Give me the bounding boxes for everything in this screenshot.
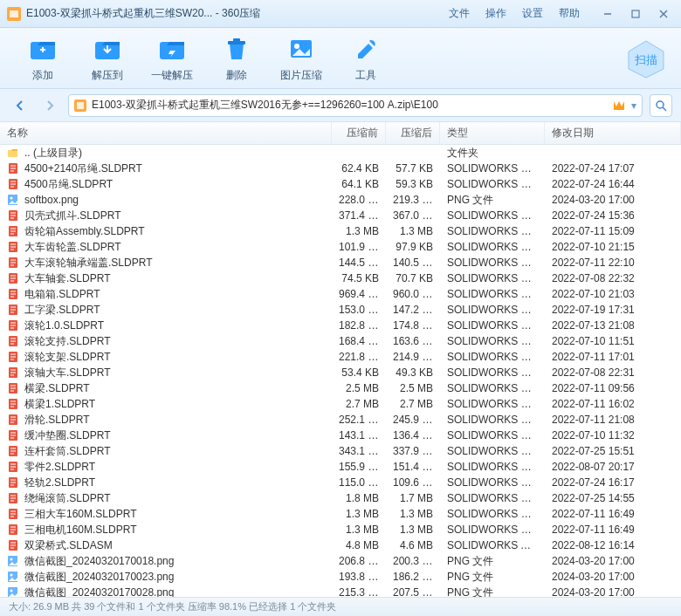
file-icon [0,508,17,520]
file-date: 2022-07-11 16:49 [545,524,681,536]
file-row[interactable]: 大车轴套.SLDPRT 74.5 KB 70.7 KB SOLIDWORKS P… [0,270,681,286]
file-row[interactable]: 轻轨2.SLDPRT 115.0 KB 109.6 KB SOLIDWORKS … [0,475,681,490]
menu-operate[interactable]: 操作 [485,6,506,21]
file-type: SOLIDWORKS Pa... [440,241,545,253]
file-icon [0,272,17,284]
menu-settings[interactable]: 设置 [522,6,543,21]
file-row[interactable]: 大车滚轮轴承端盖.SLDPRT 144.5 KB 140.5 KB SOLIDW… [0,255,681,270]
file-before: 969.4 KB [332,288,386,300]
file-list[interactable]: .. (上级目录) 文件夹 4500+2140吊绳.SLDPRT 62.4 KB… [0,145,681,599]
file-date: 2024-03-20 17:00 [545,571,681,583]
header-before[interactable]: 压缩前 [332,122,386,144]
extract-button[interactable]: 解压到 [75,33,140,83]
minimize-button[interactable] [597,5,618,23]
header-name[interactable]: 名称 [0,122,332,144]
file-after: 174.8 KB [386,319,440,332]
add-button[interactable]: 添加 [10,33,75,83]
file-before: 74.5 KB [332,272,386,284]
file-row[interactable]: 绕绳滚筒.SLDPRT 1.8 MB 1.7 MB SOLIDWORKS Pa.… [0,490,681,506]
file-name: 滚轮1.0.SLDPRT [17,318,332,333]
file-after: 367.0 KB [386,209,440,222]
file-row[interactable]: 三相大车160M.SLDPRT 1.3 MB 1.3 MB SOLIDWORKS… [0,506,681,522]
file-after: 1.3 MB [386,508,440,520]
file-date: 2022-07-08 22:31 [545,366,681,379]
file-type: SOLIDWORKS Pa... [440,178,545,190]
forward-button[interactable] [38,94,61,117]
back-button[interactable] [9,94,31,117]
file-row[interactable]: 缓冲垫圈.SLDPRT 143.1 KB 136.4 KB SOLIDWORKS… [0,428,681,443]
file-row[interactable]: 双梁桥式.SLDASM 4.8 MB 4.6 MB SOLIDWORKS As.… [0,537,681,553]
file-row[interactable]: 三相电机160M.SLDPRT 1.3 MB 1.3 MB SOLIDWORKS… [0,522,681,537]
svg-rect-1 [10,10,18,17]
file-before: 1.3 MB [332,225,386,237]
file-row[interactable]: 齿轮箱Assembly.SLDPRT 1.3 MB 1.3 MB SOLIDWO… [0,223,681,239]
file-name: 零件2.SLDPRT [17,460,332,475]
path-input[interactable]: E1003-双梁抓斗桥式起重机三维SW2016无参+==1296260=100 … [68,94,643,117]
file-date: 2022-07-10 11:32 [545,429,681,441]
pathbar: E1003-双梁抓斗桥式起重机三维SW2016无参+==1296260=100 … [0,89,681,122]
chevron-down-icon[interactable]: ▾ [631,99,636,112]
header-after[interactable]: 压缩后 [386,122,440,144]
file-before: 371.4 KB [332,209,386,222]
file-row[interactable]: 滚轮支架.SLDPRT 221.8 KB 214.9 KB SOLIDWORKS… [0,349,681,365]
app-icon [7,7,21,21]
menu-file[interactable]: 文件 [449,6,470,21]
file-icon [0,429,17,441]
toolbar: 添加 解压到 一键解压 删除 图片压缩 工具 扫描 [0,28,681,89]
file-type: SOLIDWORKS Pa... [440,524,545,536]
tools-label: 工具 [355,68,376,83]
file-name: 微信截图_20240320170023.png [17,570,332,585]
file-row[interactable]: 滚轮支持.SLDPRT 168.4 KB 163.6 KB SOLIDWORKS… [0,333,681,349]
file-before: 182.8 KB [332,319,386,332]
image-label: 图片压缩 [280,68,322,83]
oneclick-button[interactable]: 一键解压 [140,33,204,83]
file-row[interactable]: 连杆套筒.SLDPRT 343.1 KB 337.9 KB SOLIDWORKS… [0,443,681,459]
tools-button[interactable]: 工具 [334,33,398,83]
file-row[interactable]: 横梁.SLDPRT 2.5 MB 2.5 MB SOLIDWORKS Pa...… [0,380,681,396]
delete-button[interactable]: 删除 [204,33,269,83]
file-row[interactable]: 微信截图_20240320170023.png 193.8 KB 186.2 K… [0,569,681,585]
file-row[interactable]: 电箱箱.SLDPRT 969.4 KB 960.0 KB SOLIDWORKS … [0,286,681,302]
file-row[interactable]: 贝壳式抓斗.SLDPRT 371.4 KB 367.0 KB SOLIDWORK… [0,208,681,223]
file-before: 343.1 KB [332,445,386,457]
svg-point-53 [10,590,13,592]
scan-button[interactable]: 扫描 [622,38,671,79]
svg-point-49 [10,558,13,561]
parent-directory-row[interactable]: .. (上级目录) 文件夹 [0,145,681,161]
file-row[interactable]: softbox.png 228.0 KB 219.3 KB PNG 文件 202… [0,192,681,208]
file-row[interactable]: 滚轮1.0.SLDPRT 182.8 KB 174.8 KB SOLIDWORK… [0,318,681,333]
file-date: 2022-08-12 16:14 [545,539,681,551]
file-row[interactable]: 零件2.SLDPRT 155.9 KB 151.4 KB SOLIDWORKS … [0,459,681,475]
file-row[interactable]: 滚轴大车.SLDPRT 53.4 KB 49.3 KB SOLIDWORKS P… [0,365,681,380]
image-compress-button[interactable]: 图片压缩 [269,33,334,83]
file-name: 工字梁.SLDPRT [17,303,332,318]
file-before: 1.3 MB [332,524,386,536]
file-date: 2022-07-10 21:03 [545,288,681,300]
menu-bar: 文件 操作 设置 帮助 [449,6,580,21]
file-after: 59.3 KB [386,178,440,190]
file-before: 252.1 KB [332,414,386,426]
file-icon [0,335,17,347]
file-name: 双梁桥式.SLDASM [17,538,332,553]
file-date: 2022-07-13 21:08 [545,319,681,332]
close-button[interactable] [653,5,674,23]
file-before: 168.4 KB [332,335,386,347]
file-type: SOLIDWORKS Pa... [440,335,545,347]
header-date[interactable]: 修改日期 [545,122,681,144]
header-type[interactable]: 类型 [440,122,545,144]
search-button[interactable] [650,94,672,117]
file-name: 缓冲垫圈.SLDPRT [17,428,332,443]
file-row[interactable]: 横梁1.SLDPRT 2.7 MB 2.7 MB SOLIDWORKS Pa..… [0,396,681,412]
file-after: 97.9 KB [386,241,440,253]
file-row[interactable]: 大车齿轮盖.SLDPRT 101.9 KB 97.9 KB SOLIDWORKS… [0,239,681,255]
menu-help[interactable]: 帮助 [559,6,580,21]
maximize-button[interactable] [625,5,646,23]
file-icon [0,476,17,489]
file-row[interactable]: 4500吊绳.SLDPRT 64.1 KB 59.3 KB SOLIDWORKS… [0,176,681,192]
file-date: 2022-07-11 16:02 [545,398,681,410]
scan-icon: 扫描 [622,38,671,79]
file-row[interactable]: 滑轮.SLDPRT 252.1 KB 245.9 KB SOLIDWORKS P… [0,412,681,428]
file-row[interactable]: 微信截图_20240320170018.png 206.8 KB 200.3 K… [0,553,681,569]
file-row[interactable]: 4500+2140吊绳.SLDPRT 62.4 KB 57.7 KB SOLID… [0,161,681,176]
file-row[interactable]: 工字梁.SLDPRT 153.0 KB 147.2 KB SOLIDWORKS … [0,302,681,318]
